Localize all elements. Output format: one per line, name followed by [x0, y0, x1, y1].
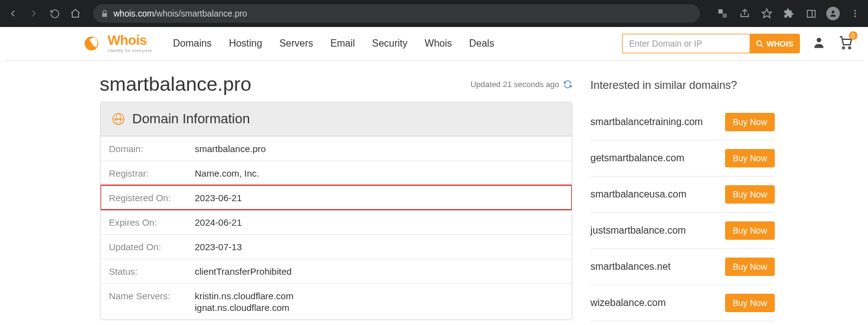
row-expires-on: Expires On: 2024-06-21 [101, 210, 572, 234]
row-updated-on: Updated On: 2023-07-13 [101, 234, 572, 259]
label-updated-on: Updated On: [109, 242, 195, 252]
value-registrar: Name.com, Inc. [195, 168, 259, 178]
updated-indicator: Updated 21 seconds ago [470, 80, 572, 89]
value-domain: smartbalance.pro [195, 143, 266, 154]
similar-domain-name[interactable]: justsmartbalance.com [591, 225, 686, 236]
buy-now-button[interactable]: Buy Now [725, 113, 774, 131]
value-expires-on: 2024-06-21 [195, 217, 242, 228]
star-icon[interactable] [760, 7, 774, 20]
translate-icon[interactable] [716, 7, 729, 20]
buy-now-button[interactable]: Buy Now [725, 185, 774, 204]
url-text: whois.com/whois/smartbalance.pro [113, 9, 247, 18]
value-registered-on: 2023-06-21 [195, 193, 242, 203]
similar-domain-row: smartbalancetraining.com Buy Now [591, 104, 775, 140]
row-registered-on: Registered On: 2023-06-21 [101, 185, 572, 210]
label-status: Status: [109, 266, 195, 277]
nav-domains[interactable]: Domains [173, 38, 212, 49]
similar-domain-row: smartbalanceusa.com Buy Now [591, 177, 775, 213]
row-status: Status: clientTransferProhibited [101, 259, 572, 283]
site-header: Whois Identity for everyone Domains Host… [5, 27, 864, 61]
share-icon[interactable] [738, 7, 751, 20]
svg-point-11 [842, 47, 844, 49]
nav-whois[interactable]: Whois [424, 38, 451, 49]
account-icon[interactable] [812, 36, 826, 52]
label-name-servers: Name Servers: [109, 291, 195, 313]
svg-point-3 [832, 10, 835, 13]
site-logo[interactable]: Whois Identity for everyone [85, 34, 152, 53]
cart-icon[interactable]: 0 [838, 35, 853, 52]
www-icon: WWW [110, 111, 126, 127]
panel-icon[interactable] [804, 7, 818, 20]
search-input[interactable] [622, 34, 750, 53]
extensions-icon[interactable] [782, 7, 796, 20]
logo-tagline: Identity for everyone [108, 48, 152, 53]
logo-mark-icon [85, 34, 104, 53]
similar-domain-name[interactable]: smartbalancetraining.com [591, 117, 703, 128]
cart-count-badge: 0 [849, 31, 858, 40]
label-expires-on: Expires On: [109, 217, 195, 228]
menu-icon[interactable] [848, 7, 862, 20]
similar-domain-name[interactable]: smartbalanceusa.com [591, 189, 687, 200]
reload-icon[interactable] [48, 7, 61, 20]
svg-line-9 [761, 45, 763, 47]
home-icon[interactable] [69, 7, 82, 20]
nav-email[interactable]: Email [331, 38, 355, 49]
svg-point-5 [855, 13, 856, 15]
sidebar-title: Interested in similar domains? [591, 79, 775, 92]
updated-text: Updated 21 seconds ago [470, 80, 559, 89]
nav-hosting[interactable]: Hosting [229, 38, 262, 49]
svg-point-12 [848, 47, 850, 49]
panel-title: Domain Information [133, 111, 250, 127]
buy-now-button[interactable]: Buy Now [725, 294, 774, 312]
whois-search-button[interactable]: WHOIS [750, 34, 799, 53]
similar-domain-name[interactable]: wizebalance.com [591, 297, 666, 308]
page-title: smartbalance.pro [100, 73, 252, 96]
refresh-icon[interactable] [563, 80, 572, 89]
value-nameserver-1: kristin.ns.cloudflare.com [195, 291, 294, 301]
similar-domain-name[interactable]: getsmartbalance.com [591, 153, 685, 164]
whois-search: WHOIS [622, 34, 799, 53]
row-domain: Domain: smartbalance.pro [101, 136, 572, 161]
similar-domain-row: smartbalances.net Buy Now [591, 249, 775, 285]
panel-header: WWW Domain Information [101, 102, 572, 136]
svg-marker-0 [762, 9, 772, 18]
buy-now-button[interactable]: Buy Now [725, 149, 774, 167]
value-nameserver-2: ignat.ns.cloudflare.com [195, 302, 294, 313]
back-icon[interactable] [6, 7, 20, 20]
nav-deals[interactable]: Deals [469, 38, 494, 49]
svg-point-8 [757, 40, 762, 45]
label-domain: Domain: [109, 143, 195, 154]
buy-now-button[interactable]: Buy Now [725, 221, 774, 240]
profile-avatar[interactable] [826, 7, 840, 20]
svg-point-6 [855, 15, 856, 17]
svg-point-4 [855, 10, 856, 12]
similar-domains-sidebar: Interested in similar domains? smartbala… [591, 73, 775, 321]
similar-domain-row: justsmartbalance.com Buy Now [591, 213, 775, 249]
svg-text:WWW: WWW [115, 118, 121, 121]
browser-toolbar: whois.com/whois/smartbalance.pro [0, 0, 868, 27]
similar-domain-row: getsmartbalance.com Buy Now [591, 140, 775, 177]
chrome-right-icons [716, 7, 862, 20]
nav-security[interactable]: Security [372, 38, 408, 49]
row-name-servers: Name Servers: kristin.ns.cloudflare.com … [101, 283, 572, 319]
svg-point-10 [816, 38, 821, 42]
search-icon [756, 40, 764, 48]
forward-icon[interactable] [27, 7, 40, 20]
svg-rect-1 [807, 10, 815, 17]
search-button-label: WHOIS [766, 39, 793, 48]
buy-now-button[interactable]: Buy Now [725, 258, 774, 276]
label-registrar: Registrar: [109, 168, 195, 178]
logo-word: Whois [108, 34, 152, 47]
similar-domain-row: wizebalance.com Buy Now [591, 285, 775, 321]
lock-icon [101, 10, 109, 18]
url-bar[interactable]: whois.com/whois/smartbalance.pro [93, 4, 700, 23]
nav-servers[interactable]: Servers [279, 38, 313, 49]
value-updated-on: 2023-07-13 [195, 242, 242, 252]
similar-domain-name[interactable]: smartbalances.net [591, 261, 671, 272]
row-registrar: Registrar: Name.com, Inc. [101, 161, 572, 185]
label-registered-on: Registered On: [109, 193, 195, 203]
main-nav: Domains Hosting Servers Email Security W… [173, 38, 494, 49]
value-status: clientTransferProhibited [195, 266, 292, 277]
domain-info-panel: WWW Domain Information Domain: smartbala… [100, 102, 572, 320]
